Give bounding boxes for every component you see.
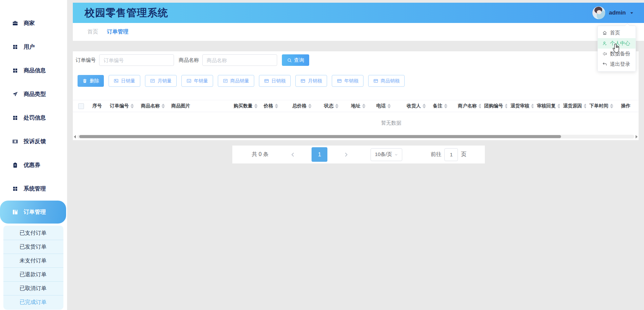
submenu-item-shipped-orders[interactable]: 已发货订单 [3,240,63,254]
sort-caret-icon[interactable] [478,104,481,108]
delete-button[interactable]: 删除 [78,75,104,87]
column-phone[interactable]: 电话 [373,103,403,109]
sort-caret-icon[interactable] [308,104,312,108]
user-check-icon [602,41,607,46]
product-sales-volume-button[interactable]: 商品销量 [218,75,254,87]
sidebar-item-merchant[interactable]: 商家 [0,11,67,35]
order-number-input[interactable] [99,54,174,66]
user-menu-trigger[interactable]: admin [592,6,634,19]
breadcrumb-home[interactable]: 首页 [87,28,98,35]
goto-page-input[interactable] [444,148,458,161]
menu-item-logout[interactable]: 退出登录 [598,59,636,70]
goto-suffix: 页 [461,151,466,158]
chart-line-icon [223,78,228,83]
avatar[interactable] [592,6,605,19]
notebook-icon [12,209,18,215]
sidebar-item-product-info[interactable]: 商品信息 [0,59,67,82]
column-label: 下单时间 [589,103,608,109]
menu-item-data-backup[interactable]: 数据备份 [598,49,636,59]
send-icon [12,91,18,97]
select-all-checkbox[interactable] [78,103,84,109]
menu-item-personal-center[interactable]: 个人中心 [598,38,636,49]
sort-caret-icon[interactable] [162,104,165,108]
scroll-left-icon[interactable] [74,135,76,138]
column-label: 订单编号 [110,103,129,109]
scrollbar-thumb[interactable] [79,135,561,138]
column-label: 团购编号 [484,103,503,109]
column-total-price[interactable]: 总价格 [289,103,321,109]
submenu-item-unpaid-orders[interactable]: 未支付订单 [3,254,63,267]
sort-caret-icon[interactable] [362,104,365,108]
sidebar-item-penalty-info[interactable]: 处罚信息 [0,106,67,130]
film-icon [12,138,18,145]
column-merchant-name[interactable]: 商户名称 [455,103,481,109]
column-status[interactable]: 状态 [321,103,348,109]
scrollbar-track[interactable] [77,135,634,138]
sort-caret-icon[interactable] [505,104,507,108]
sort-caret-icon[interactable] [610,104,613,108]
chevron-left-icon[interactable] [290,152,296,158]
submenu-item-completed-orders[interactable]: 已完成订单 [3,295,63,309]
submenu-item-refunded-orders[interactable]: 已退款订单 [3,267,63,281]
app-window: 商家 用户 商品信息 商品类型 处罚信息 投诉反馈 [0,0,644,310]
submenu-item-cancelled-orders[interactable]: 已取消订单 [3,281,63,295]
sort-caret-icon[interactable] [387,104,391,108]
submenu-item-paid-orders[interactable]: 已支付订单 [3,226,63,240]
sidebar-item-product-type[interactable]: 商品类型 [0,82,67,106]
column-address[interactable]: 地址 [348,103,373,109]
breadcrumb: 首页 订单管理 [73,23,644,41]
sidebar-item-users[interactable]: 用户 [0,35,67,59]
chevron-right-icon[interactable] [343,152,349,158]
sidebar-item-order-management[interactable]: 订单管理 [0,201,66,224]
page-size-select[interactable]: 10条/页 [371,148,402,161]
column-label: 商户名称 [458,103,477,109]
empty-placeholder: 暂无数据 [73,112,639,134]
sort-caret-icon[interactable] [422,104,426,108]
pagination-page-1[interactable]: 1 [312,147,327,162]
monthly-sales-volume-button[interactable]: 月销量 [145,75,177,87]
column-return-review[interactable]: 退货审核 [507,103,533,109]
query-button[interactable]: 查询 [282,54,309,66]
sort-caret-icon[interactable] [531,104,533,108]
search-icon [287,58,292,63]
column-return-reason[interactable]: 退货原因 [560,103,586,109]
sidebar-item-coupon[interactable]: 优惠券 [0,153,67,177]
sort-caret-icon[interactable] [130,104,134,108]
sort-caret-icon[interactable] [444,104,447,108]
sort-caret-icon[interactable] [335,104,339,108]
query-button-label: 查询 [294,57,304,63]
column-consignee[interactable]: 收货人 [403,103,430,109]
breadcrumb-current: 订单管理 [107,28,128,35]
sidebar-item-system-management[interactable]: 系统管理 [0,177,67,201]
column-purchase-quantity[interactable]: 购买数量 [230,103,260,109]
column-product-name[interactable]: 商品名称 [138,103,168,109]
column-remark[interactable]: 备注 [430,103,455,109]
column-label: 操作 [621,103,631,109]
bank-card-icon [337,78,342,83]
sort-caret-icon[interactable] [254,104,258,108]
daily-sales-volume-button[interactable]: 日销量 [109,75,140,87]
bank-card-icon [373,78,378,83]
column-order-number[interactable]: 订单编号 [107,103,138,109]
yearly-sales-amount-button[interactable]: 年销额 [332,75,363,87]
sort-caret-icon[interactable] [584,104,586,108]
sort-caret-icon[interactable] [557,104,560,108]
column-group-order-number[interactable]: 团购编号 [481,103,507,109]
scroll-right-icon[interactable] [636,135,638,138]
chart-box-icon [186,78,192,83]
column-label: 序号 [92,103,102,109]
sort-caret-icon[interactable] [275,104,278,108]
column-order-time[interactable]: 下单时间 [586,103,618,109]
product-sales-amount-button[interactable]: 商品销额 [368,75,405,87]
yearly-sales-volume-button[interactable]: 年销量 [181,75,213,87]
column-price[interactable]: 价格 [260,103,289,109]
sidebar-item-label: 订单管理 [24,208,46,216]
menu-item-home[interactable]: 首页 [598,28,636,38]
monthly-sales-amount-button[interactable]: 月销额 [295,75,327,87]
sidebar-item-complaint-feedback[interactable]: 投诉反馈 [0,130,67,153]
page-size-value: 10条/页 [375,151,392,158]
column-label: 总价格 [292,103,306,109]
column-review-reply[interactable]: 审核回复 [533,103,560,109]
product-name-input[interactable] [202,54,277,66]
daily-sales-amount-button[interactable]: 日销额 [259,75,291,87]
